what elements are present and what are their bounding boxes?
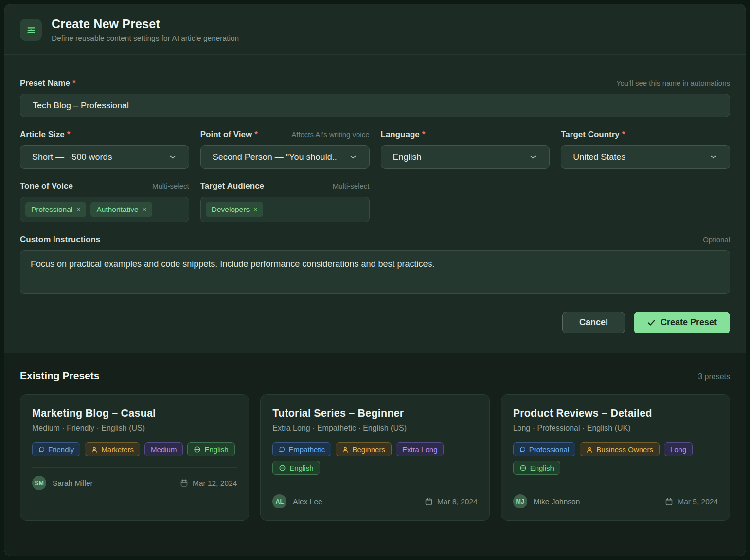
preset-card[interactable]: Tutorial Series – Beginner Extra Long · … — [260, 394, 489, 521]
tag-chip: Developers× — [206, 202, 264, 217]
form-actions: Cancel Create Preset — [20, 312, 730, 333]
target-audience-multiselect[interactable]: Developers× — [200, 197, 370, 222]
existing-presets-section: Existing Presets 3 presets Marketing Blo… — [4, 353, 746, 556]
chevron-down-icon — [168, 153, 177, 161]
badge-label: Long — [670, 445, 686, 454]
target-audience-hint: Multi-select — [333, 182, 370, 190]
preset-name-hint: You'll see this name in automations — [616, 79, 730, 87]
card-divider — [272, 486, 477, 486]
tag-label: Authoritative — [96, 205, 138, 214]
card-divider — [513, 486, 718, 486]
create-preset-button[interactable]: Create Preset — [634, 312, 730, 333]
tag-remove-icon[interactable]: × — [253, 206, 257, 213]
preset-name-input[interactable] — [20, 94, 730, 117]
tone-of-voice-multiselect[interactable]: Professional×Authoritative× — [20, 197, 189, 222]
chevron-down-icon — [529, 153, 537, 161]
page-title: Create New Preset — [52, 17, 239, 31]
avatar: AL — [272, 494, 286, 508]
preset-cards: Marketing Blog – Casual Medium · Friendl… — [20, 394, 730, 521]
custom-instructions-field: Custom Instructions Optional Focus on pr… — [20, 235, 730, 296]
badge-label: Professional — [529, 445, 570, 454]
tag-label: Developers — [212, 205, 250, 214]
avatar: MJ — [513, 494, 527, 508]
card-divider — [32, 467, 237, 468]
target-country-value: United States — [573, 152, 625, 162]
preset-card-badges: FriendlyMarketersMediumEnglish — [32, 442, 237, 456]
user-icon — [91, 446, 98, 453]
check-icon — [647, 318, 656, 327]
custom-instructions-textarea[interactable]: Focus on practical examples and code sni… — [20, 250, 730, 294]
language-label: Language* — [381, 130, 426, 140]
globe-icon — [519, 464, 527, 472]
custom-instructions-hint: Optional — [703, 235, 730, 244]
preset-date: Mar 5, 2024 — [665, 497, 718, 506]
existing-presets-heading: Existing Presets — [20, 370, 99, 382]
preset-name-label: Preset Name* — [20, 78, 76, 88]
badge-label: English — [204, 445, 228, 454]
author-name: Alex Lee — [293, 497, 322, 506]
badge-label: Business Owners — [596, 445, 653, 454]
preset-badge: English — [513, 461, 560, 475]
badge-label: Medium — [151, 445, 177, 454]
preset-card[interactable]: Marketing Blog – Casual Medium · Friendl… — [20, 394, 249, 521]
preset-card-subtitle: Extra Long · Empathetic · English (US) — [272, 424, 477, 433]
custom-instructions-label: Custom Instructions — [20, 235, 100, 245]
create-preset-panel: Create New Preset Define reusable conten… — [4, 4, 746, 556]
preset-date: Mar 12, 2024 — [180, 479, 237, 488]
panel-header: Create New Preset Define reusable conten… — [4, 4, 746, 55]
calendar-icon — [425, 497, 433, 506]
user-icon — [342, 446, 349, 453]
point-of-view-select[interactable]: Second Person — "You should.. — [200, 145, 370, 169]
article-size-value: Short — ~500 words — [32, 152, 112, 162]
preset-card-title: Marketing Blog – Casual — [32, 407, 237, 420]
page-subtitle: Define reusable content settings for AI … — [52, 34, 239, 43]
preset-badge: Extra Long — [396, 442, 444, 456]
globe-icon — [279, 464, 286, 472]
preset-badge: Business Owners — [580, 442, 660, 456]
badge-label: Marketers — [101, 445, 134, 454]
preset-form: Preset Name* You'll see this name in aut… — [4, 55, 746, 353]
cancel-button[interactable]: Cancel — [562, 312, 625, 333]
article-size-label: Article Size* — [20, 130, 70, 140]
presets-count: 3 presets — [698, 372, 730, 381]
tag-chip: Professional× — [25, 202, 86, 217]
author-name: Sarah Miller — [53, 479, 93, 488]
preset-badge: Long — [664, 442, 693, 456]
tag-remove-icon[interactable]: × — [143, 206, 146, 213]
preset-badge: Empathetic — [272, 442, 331, 456]
preset-card-title: Product Reviews – Detailed — [513, 407, 718, 420]
required-marker: * — [622, 130, 625, 139]
article-size-select[interactable]: Short — ~500 words — [20, 145, 189, 169]
preset-badge: Friendly — [32, 442, 80, 456]
required-marker: * — [422, 130, 426, 139]
header-text: Create New Preset Define reusable conten… — [52, 17, 239, 43]
preset-name-field: Preset Name* You'll see this name in aut… — [20, 78, 730, 117]
tag-remove-icon[interactable]: × — [76, 206, 80, 213]
create-preset-label: Create Preset — [661, 317, 717, 328]
target-audience-field: Target Audience Multi-select Developers× — [200, 181, 370, 222]
sliders-icon — [20, 19, 42, 41]
chat-icon — [279, 446, 285, 453]
target-country-field: Target Country* United States — [561, 130, 730, 169]
preset-badge: English — [272, 461, 320, 475]
badge-label: English — [530, 464, 554, 472]
badge-label: Friendly — [48, 445, 74, 454]
author-name: Mike Johnson — [534, 497, 580, 506]
target-country-label: Target Country* — [561, 130, 625, 140]
chat-icon — [38, 446, 45, 453]
target-country-select[interactable]: United States — [561, 145, 730, 169]
point-of-view-hint: Affects AI's writing voice — [291, 130, 369, 139]
chevron-down-icon — [709, 153, 718, 161]
globe-icon — [194, 446, 201, 453]
preset-card[interactable]: Product Reviews – Detailed Long · Profes… — [501, 394, 730, 521]
chat-icon — [519, 446, 526, 453]
tag-chip: Authoritative× — [90, 202, 152, 217]
preset-card-badges: ProfessionalBusiness OwnersLongEnglish — [513, 442, 718, 475]
point-of-view-label: Point of View* — [200, 130, 258, 140]
required-marker: * — [254, 130, 258, 139]
required-marker: * — [67, 130, 71, 139]
language-select[interactable]: English — [381, 145, 550, 169]
preset-badge: Marketers — [85, 442, 140, 456]
preset-card-badges: EmpatheticBeginnersExtra LongEnglish — [272, 442, 477, 475]
required-marker: * — [72, 78, 76, 88]
